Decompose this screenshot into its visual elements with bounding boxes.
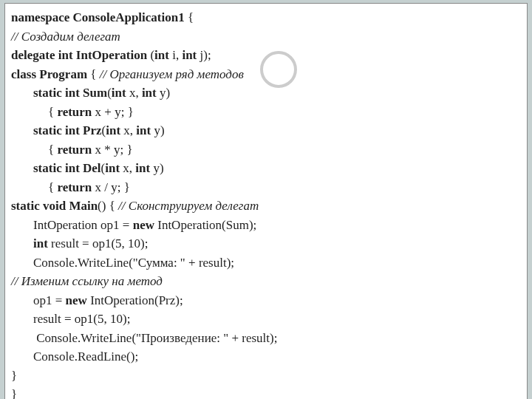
code-text: int bbox=[182, 48, 197, 62]
code-line: { return x / y; } bbox=[11, 178, 521, 197]
code-line: Console.ReadLine(); bbox=[11, 347, 521, 366]
code-line: { return x + y; } bbox=[11, 103, 521, 122]
code-text: int bbox=[154, 48, 169, 62]
code-comment: // Организуем ряд методов bbox=[100, 67, 244, 81]
code-text: int bbox=[33, 236, 48, 250]
code-line: static int Del(int x, int y) bbox=[11, 159, 521, 178]
code-line: static int Prz(int x, int y) bbox=[11, 121, 521, 140]
code-text: result = op1(5, 10); bbox=[48, 236, 149, 250]
code-text: static int Prz bbox=[33, 123, 102, 137]
code-text: IntOperation op1 = bbox=[33, 218, 133, 232]
code-line: { return x * y; } bbox=[11, 140, 521, 160]
code-text: y) bbox=[157, 86, 170, 100]
code-text: x + y; } bbox=[92, 105, 133, 119]
code-text: x, bbox=[126, 86, 142, 100]
code-text: static int Del bbox=[33, 161, 101, 175]
code-comment: // Создадим делегат bbox=[11, 27, 521, 47]
code-text: static void Main bbox=[11, 199, 98, 213]
code-line: static int Sum(int x, int y) bbox=[11, 83, 521, 103]
code-line: } bbox=[11, 385, 521, 399]
code-text: y) bbox=[151, 123, 164, 137]
code-line: namespace ConsoleApplication1 { bbox=[11, 8, 521, 27]
code-line: Console.WriteLine("Произведение: " + res… bbox=[11, 329, 521, 348]
code-text: return bbox=[57, 105, 92, 119]
code-text: x * y; } bbox=[92, 143, 132, 157]
code-text: IntOperation(Prz); bbox=[87, 293, 183, 307]
code-text: { bbox=[48, 143, 57, 157]
code-text: i, bbox=[169, 48, 182, 62]
code-line: } bbox=[11, 366, 521, 386]
code-text: int bbox=[136, 123, 151, 137]
code-container: namespace ConsoleApplication1 { // Созда… bbox=[4, 3, 528, 399]
code-text: new bbox=[133, 218, 154, 232]
code-line: op1 = new IntOperation(Prz); bbox=[11, 291, 521, 310]
code-line: Console.WriteLine("Сумма: " + result); bbox=[11, 253, 521, 273]
code-text: x, bbox=[120, 123, 136, 137]
code-comment: // Сконструируем делегат bbox=[118, 199, 259, 213]
code-comment: // Изменим ссылку на метод bbox=[11, 272, 521, 291]
code-line: int result = op1(5, 10); bbox=[11, 234, 521, 253]
code-text: ( bbox=[147, 48, 154, 62]
code-text: x / y; } bbox=[92, 180, 130, 194]
code-text: static int Sum bbox=[33, 86, 107, 100]
code-text: op1 = bbox=[33, 293, 66, 307]
code-text: return bbox=[57, 180, 92, 194]
code-text: { bbox=[185, 10, 194, 24]
code-text: x, bbox=[120, 161, 135, 175]
code-text: int bbox=[105, 161, 120, 175]
code-text: int bbox=[135, 161, 150, 175]
code-text: { bbox=[48, 105, 57, 119]
code-text: IntOperation(Sum); bbox=[154, 218, 256, 232]
code-text: new bbox=[66, 293, 87, 307]
code-text: j); bbox=[197, 48, 211, 62]
code-text: return bbox=[57, 143, 92, 157]
code-text: int bbox=[142, 86, 157, 100]
code-text: { bbox=[48, 180, 57, 194]
code-text: { bbox=[87, 67, 100, 81]
code-text: delegate int IntOperation bbox=[11, 48, 147, 62]
code-text: y) bbox=[150, 161, 163, 175]
code-line: IntOperation op1 = new IntOperation(Sum)… bbox=[11, 216, 521, 235]
code-line: static void Main() { // Сконструируем де… bbox=[11, 197, 521, 216]
code-text: int bbox=[112, 86, 126, 100]
decorative-ring bbox=[260, 51, 297, 88]
code-text: int bbox=[106, 123, 120, 137]
code-text: class Program bbox=[11, 67, 87, 81]
code-line: result = op1(5, 10); bbox=[11, 310, 521, 329]
code-text: () { bbox=[98, 199, 118, 213]
code-text: namespace ConsoleApplication1 bbox=[11, 10, 185, 24]
